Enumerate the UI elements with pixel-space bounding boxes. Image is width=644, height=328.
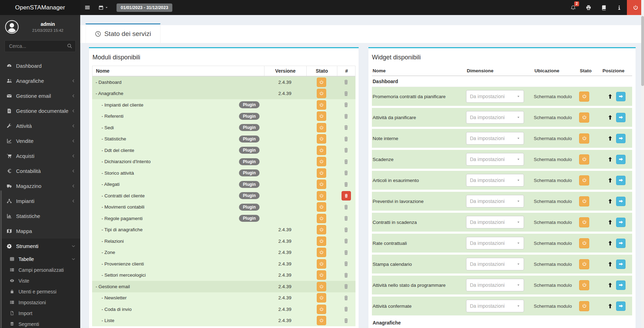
sidebar-item-mappa[interactable]: Mappa [0,224,80,239]
widget-power-button[interactable] [579,259,589,269]
sidebar-item-magazzino[interactable]: Magazzino [0,178,80,194]
module-delete-button[interactable] [343,204,349,210]
widget-dimension-select[interactable]: Da impostazioni [466,279,524,291]
widget-move-button[interactable] [616,197,626,206]
module-delete-button[interactable] [342,191,351,201]
widget-power-button[interactable] [579,217,589,227]
widget-dimension-select[interactable]: Da impostazioni [466,132,524,145]
sidebar-item-acquisti[interactable]: Acquisti [0,148,80,163]
widget-dimension-select[interactable]: Da impostazioni [466,237,524,249]
module-power-button[interactable] [317,305,326,314]
widget-power-button[interactable] [579,301,589,311]
sidebar-item-gestione-email[interactable]: Gestione email [0,88,80,103]
tab-stato-dei-servizi[interactable]: Stato dei servizi [85,23,160,43]
widget-move-button[interactable] [616,92,626,101]
widget-move-button[interactable] [616,260,626,269]
widget-move-up-button[interactable] [607,261,613,267]
widget-move-up-button[interactable] [607,282,613,288]
widget-move-up-button[interactable] [607,177,613,183]
sidebar-item-vendite[interactable]: Vendite [0,133,80,148]
widget-move-up-button[interactable] [607,240,613,246]
widget-dimension-select[interactable]: Da impostazioni [466,216,524,228]
sidebar-item-strumenti[interactable]: Strumenti [0,239,80,254]
widget-power-button[interactable] [579,196,589,206]
widget-power-button[interactable] [579,175,589,185]
sidebar-scrollbar[interactable] [0,190,2,328]
widget-move-up-button[interactable] [607,198,613,204]
sidebar-item-tabelle[interactable]: Tabelle [0,254,80,264]
widget-move-up-button[interactable] [607,156,613,162]
sidebar-item-utenti-e-permessi[interactable]: Utenti e permessi [0,286,80,297]
module-delete-button[interactable] [343,114,349,119]
module-delete-button[interactable] [343,102,349,108]
module-power-button[interactable] [317,282,326,291]
widget-move-up-button[interactable] [607,303,613,309]
search-input[interactable] [5,40,76,52]
widget-move-up-button[interactable] [607,136,613,141]
module-power-button[interactable] [317,134,326,144]
module-delete-button[interactable] [343,182,349,187]
module-delete-button[interactable] [343,159,349,165]
module-delete-button[interactable] [343,227,349,233]
print-button[interactable] [581,0,596,15]
module-power-button[interactable] [317,157,326,166]
widget-move-button[interactable] [616,155,626,164]
module-power-button[interactable] [317,236,326,246]
widget-power-button[interactable] [579,280,589,290]
widget-move-button[interactable] [616,301,626,311]
widget-move-up-button[interactable] [607,115,613,120]
module-power-button[interactable] [317,248,326,257]
calendar-button[interactable] [94,0,112,15]
module-delete-button[interactable] [343,79,349,85]
module-power-button[interactable] [317,168,326,178]
module-power-button[interactable] [317,146,326,155]
module-delete-button[interactable] [343,250,349,255]
sidebar-item-impianti[interactable]: Impianti [0,194,80,209]
widget-move-button[interactable] [616,113,626,122]
widget-move-button[interactable] [616,134,626,143]
module-delete-button[interactable] [343,261,349,267]
widget-power-button[interactable] [579,238,589,248]
sidebar-item-statistiche[interactable]: Statistiche [0,209,80,224]
widget-dimension-select[interactable]: Da impostazioni [466,153,524,166]
module-power-button[interactable] [317,293,326,303]
widget-dimension-select[interactable]: Da impostazioni [466,90,524,103]
widget-dimension-select[interactable]: Da impostazioni [466,258,524,270]
module-power-button[interactable] [317,89,326,98]
app-logo[interactable]: OpenSTAManager [0,0,80,15]
sidebar-toggle-button[interactable] [80,0,94,15]
docs-button[interactable] [596,0,612,15]
module-power-button[interactable] [317,225,326,234]
module-power-button[interactable] [317,259,326,269]
widget-power-button[interactable] [579,112,589,123]
module-power-button[interactable] [317,111,326,121]
widget-dimension-select[interactable]: Da impostazioni [466,111,524,124]
module-delete-button[interactable] [343,91,349,96]
module-delete-button[interactable] [343,238,349,244]
widget-dimension-select[interactable]: Da impostazioni [466,174,524,187]
info-button[interactable] [612,0,627,15]
search-icon[interactable] [67,43,72,49]
module-power-button[interactable] [317,180,326,189]
module-power-button[interactable] [317,202,326,212]
sidebar-item-dashboard[interactable]: Dashboard [0,58,80,73]
sidebar-item-contabilit[interactable]: Contabilità [0,163,80,178]
widget-move-button[interactable] [616,239,626,248]
scrollbar-thumb[interactable] [641,16,644,86]
module-delete-button[interactable] [343,125,349,130]
sidebar-item-viste[interactable]: Viste [0,275,80,286]
sidebar-item-attivit[interactable]: Attività [0,118,80,133]
module-power-button[interactable] [317,191,326,201]
widget-power-button[interactable] [579,92,589,102]
module-delete-button[interactable] [343,272,349,278]
widget-move-up-button[interactable] [607,219,613,225]
module-delete-button[interactable] [343,295,349,301]
module-delete-button[interactable] [343,216,349,221]
module-power-button[interactable] [317,316,326,325]
module-delete-button[interactable] [343,170,349,176]
module-delete-button[interactable] [343,136,349,142]
module-delete-button[interactable] [343,318,349,323]
module-delete-button[interactable] [343,284,349,289]
sidebar-item-campi-personalizzati[interactable]: Campi personalizzati [0,264,80,275]
module-power-button[interactable] [317,123,326,132]
